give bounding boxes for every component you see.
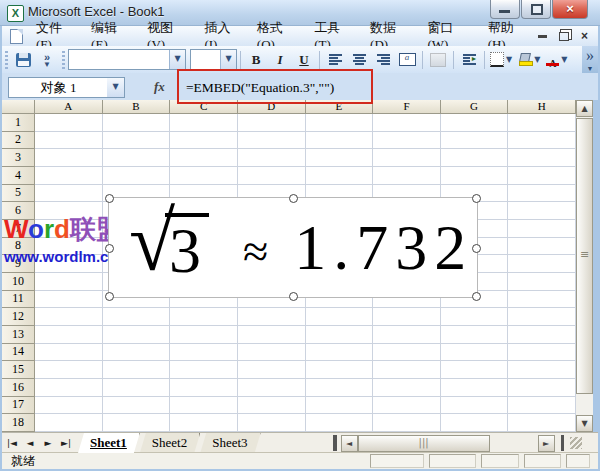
first-sheet-button[interactable]: |◄: [4, 435, 20, 451]
cell-A16[interactable]: [35, 379, 103, 397]
cell-E15[interactable]: [306, 361, 374, 379]
cell-A2[interactable]: [35, 132, 103, 150]
cell-C16[interactable]: [170, 379, 238, 397]
cell-H13[interactable]: [508, 326, 576, 344]
cell-C14[interactable]: [170, 344, 238, 362]
cell-D18[interactable]: [238, 414, 306, 432]
cell-E18[interactable]: [306, 414, 374, 432]
workbook-minimize-icon[interactable]: [538, 35, 547, 38]
cell-F18[interactable]: [373, 414, 441, 432]
cell-F17[interactable]: [373, 397, 441, 415]
last-sheet-button[interactable]: ►|: [58, 435, 74, 451]
cell-H14[interactable]: [508, 344, 576, 362]
scroll-left-button[interactable]: ◄: [341, 435, 358, 452]
cell-B18[interactable]: [103, 414, 171, 432]
scroll-up-button[interactable]: ▲: [576, 100, 593, 117]
cell-C1[interactable]: [170, 114, 238, 132]
selection-handle-tr[interactable]: [472, 194, 481, 203]
cell-B13[interactable]: [103, 326, 171, 344]
cell-G17[interactable]: [441, 397, 509, 415]
merge-center-button[interactable]: [396, 49, 418, 71]
chevron-down-icon[interactable]: ▼: [220, 50, 236, 69]
row-header-1[interactable]: 1: [2, 114, 35, 132]
cell-H7[interactable]: [508, 220, 576, 238]
sheet-tab-sheet1[interactable]: Sheet1: [78, 433, 140, 453]
cell-B16[interactable]: [103, 379, 171, 397]
vertical-scrollbar[interactable]: ▲ ▼: [576, 100, 593, 432]
cell-D4[interactable]: [238, 167, 306, 185]
cell-G2[interactable]: [441, 132, 509, 150]
row-header-14[interactable]: 14: [2, 344, 35, 362]
cell-G12[interactable]: [441, 308, 509, 326]
cell-A1[interactable]: [35, 114, 103, 132]
cell-C3[interactable]: [170, 149, 238, 167]
cell-D12[interactable]: [238, 308, 306, 326]
selection-handle-bm[interactable]: [289, 292, 298, 301]
chevron-down-icon[interactable]: ▼: [504, 51, 514, 69]
underline-button[interactable]: U: [293, 49, 315, 71]
cell-F1[interactable]: [373, 114, 441, 132]
cell-B2[interactable]: [103, 132, 171, 150]
cell-F16[interactable]: [373, 379, 441, 397]
cell-D2[interactable]: [238, 132, 306, 150]
cell-H8[interactable]: [508, 238, 576, 256]
equation-object[interactable]: √3≈1.732: [108, 197, 478, 298]
cell-H3[interactable]: [508, 149, 576, 167]
selection-handle-br[interactable]: [472, 292, 481, 301]
resize-grip[interactable]: [570, 437, 582, 449]
bold-button[interactable]: B: [245, 49, 267, 71]
column-header-A[interactable]: A: [35, 100, 103, 114]
select-all-corner[interactable]: [2, 100, 35, 114]
column-header-H[interactable]: H: [508, 100, 576, 114]
cell-H9[interactable]: [508, 255, 576, 273]
vertical-scroll-thumb[interactable]: [576, 118, 593, 394]
row-header-5[interactable]: 5: [2, 185, 35, 203]
insert-function-button[interactable]: fx: [154, 77, 165, 96]
selection-handle-ml[interactable]: [105, 244, 114, 253]
cell-A18[interactable]: [35, 414, 103, 432]
cell-E17[interactable]: [306, 397, 374, 415]
cell-G16[interactable]: [441, 379, 509, 397]
cell-H18[interactable]: [508, 414, 576, 432]
cell-F12[interactable]: [373, 308, 441, 326]
cell-B17[interactable]: [103, 397, 171, 415]
cell-A11[interactable]: [35, 291, 103, 309]
selection-handle-tl[interactable]: [105, 194, 114, 203]
row-header-18[interactable]: 18: [2, 414, 35, 432]
row-header-4[interactable]: 4: [2, 167, 35, 185]
cell-H16[interactable]: [508, 379, 576, 397]
cell-F4[interactable]: [373, 167, 441, 185]
selection-handle-mr[interactable]: [472, 244, 481, 253]
cell-H4[interactable]: [508, 167, 576, 185]
cell-H5[interactable]: [508, 185, 576, 203]
cell-A12[interactable]: [35, 308, 103, 326]
workbook-restore-icon[interactable]: [559, 32, 569, 41]
cell-C12[interactable]: [170, 308, 238, 326]
cell-B12[interactable]: [103, 308, 171, 326]
disabled-style-button[interactable]: [427, 49, 449, 71]
cell-G13[interactable]: [441, 326, 509, 344]
fill-color-button[interactable]: ▼: [517, 49, 543, 71]
cell-H10[interactable]: [508, 273, 576, 291]
cell-D3[interactable]: [238, 149, 306, 167]
cell-H1[interactable]: [508, 114, 576, 132]
cell-H15[interactable]: [508, 361, 576, 379]
chevron-down-icon[interactable]: ▼: [169, 50, 185, 69]
cell-A14[interactable]: [35, 344, 103, 362]
prev-sheet-button[interactable]: ◄: [22, 435, 38, 451]
row-header-13[interactable]: 13: [2, 326, 35, 344]
font-size-combobox[interactable]: ▼: [190, 49, 237, 70]
row-header-10[interactable]: 10: [2, 273, 35, 291]
tab-split-handle[interactable]: [333, 435, 337, 451]
cell-F2[interactable]: [373, 132, 441, 150]
cell-H11[interactable]: [508, 291, 576, 309]
workbook-close-icon[interactable]: ×: [581, 30, 588, 42]
name-box[interactable]: 对象 1: [8, 77, 109, 98]
cell-H17[interactable]: [508, 397, 576, 415]
cell-F13[interactable]: [373, 326, 441, 344]
cell-B14[interactable]: [103, 344, 171, 362]
cell-A13[interactable]: [35, 326, 103, 344]
cell-C4[interactable]: [170, 167, 238, 185]
cell-G15[interactable]: [441, 361, 509, 379]
cell-G1[interactable]: [441, 114, 509, 132]
